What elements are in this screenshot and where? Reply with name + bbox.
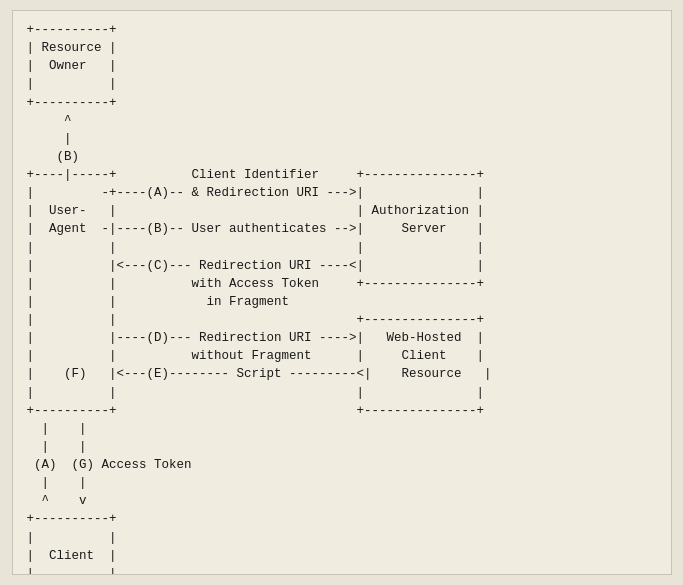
diagram-content: +----------+ | Resource | | Owner | | | … xyxy=(27,21,657,575)
diagram-container: +----------+ | Resource | | Owner | | | … xyxy=(12,10,672,575)
